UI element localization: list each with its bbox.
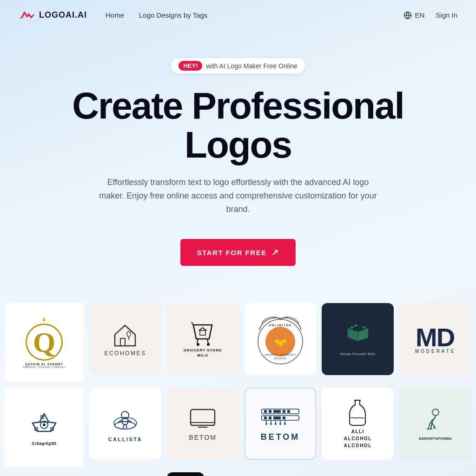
svg-text:🤝: 🤝 — [274, 337, 287, 349]
svg-rect-32 — [269, 416, 271, 419]
hey-badge: HEY! with AI Logo Maker Free Online — [171, 58, 304, 73]
svg-line-18 — [123, 424, 124, 428]
ketab-label: Ketab Forushi Milo — [340, 352, 376, 356]
svg-rect-31 — [264, 416, 267, 419]
moderate-d: D — [436, 324, 455, 350]
betom-circuit-icon — [259, 405, 301, 429]
unlimited-bottom-text: UNLIMITED GENEROSITYINITIATIVE — [252, 353, 308, 360]
logo-icon — [19, 9, 35, 22]
svg-point-13 — [115, 422, 135, 429]
ecohomes-icon — [111, 322, 139, 347]
grocery-icon — [189, 320, 217, 346]
svg-rect-34 — [283, 416, 285, 419]
logo-card-geronto[interactable]: GERONTOFORMA — [399, 388, 471, 460]
svg-point-40 — [265, 423, 267, 425]
moderate-m: M — [416, 324, 437, 350]
site-logo[interactable]: LOGOAI.AI — [19, 9, 87, 22]
svg-rect-29 — [287, 410, 290, 413]
logo-grid-section: ♛ Q QASSIM AL SHAMRY GENERAL TRADING COM… — [0, 284, 476, 476]
sign-in-button[interactable]: Sign In — [436, 11, 457, 19]
betom-monitor-icon — [189, 407, 217, 431]
logo-card-grocery[interactable]: GROCERY STOREMILO — [167, 303, 239, 375]
crown-icon: ♛ — [42, 317, 46, 323]
svg-point-12 — [43, 423, 46, 426]
logo-card-dark-partial[interactable] — [167, 472, 204, 476]
geronto-icon — [422, 407, 450, 435]
logo-card-creagreg[interactable]: Créagrég3D — [5, 388, 84, 467]
hero-title: Create Professional Logos — [19, 86, 457, 165]
svg-point-44 — [284, 423, 286, 425]
badge-text: with AI Logo Maker Free Online — [206, 62, 297, 70]
svg-rect-33 — [273, 416, 281, 419]
logo-card-ecohomes[interactable]: ECOHOMES — [89, 303, 161, 375]
lang-label: EN — [415, 11, 424, 19]
moderate-label: MODERATE — [415, 349, 456, 354]
hey-tag: HEY! — [178, 61, 202, 71]
unlimited-top-text: UNLIMITED — [252, 324, 308, 327]
creagreg-icon — [28, 409, 60, 439]
nav-links: Home Logo Designs by Tags — [106, 11, 207, 19]
svg-rect-26 — [269, 410, 271, 413]
nav-right: EN Sign In — [403, 11, 457, 20]
globe-icon — [403, 11, 412, 20]
ketab-icon — [344, 323, 372, 348]
q-letter: Q — [26, 324, 63, 361]
nav-tags[interactable]: Logo Designs by Tags — [139, 11, 207, 19]
logo-card-betom-monitor[interactable]: BETOM — [167, 388, 239, 460]
svg-line-19 — [126, 424, 127, 428]
creagreg-label: Créagrég3D — [32, 441, 56, 446]
nav-left: LOGOAI.AI Home Logo Designs by Tags — [19, 9, 207, 22]
svg-rect-28 — [283, 410, 285, 413]
logo-card-callista[interactable]: CALLISTA — [89, 388, 161, 460]
svg-point-41 — [270, 423, 272, 425]
qassim-company-name: QASSIM AL SHAMRY — [25, 363, 63, 366]
callista-label: CALLISTA — [108, 436, 143, 442]
geronto-label: GERONTOFORMA — [419, 436, 452, 441]
hero-section: HEY! with AI Logo Maker Free Online Crea… — [0, 30, 476, 284]
svg-rect-27 — [273, 410, 281, 413]
svg-rect-25 — [264, 410, 267, 413]
logo-card-alli[interactable]: ALLIALCOHOLALCOHOL — [322, 388, 394, 460]
arrow-icon: ↗ — [271, 247, 279, 258]
language-button[interactable]: EN — [403, 11, 424, 20]
logo-text-label: LOGOAI.AI — [39, 10, 87, 20]
nav-home[interactable]: Home — [106, 11, 124, 19]
qassim-subtitle: GENERAL TRADING COMPANY — [23, 366, 66, 369]
svg-rect-4 — [200, 331, 205, 335]
hero-subtitle: Effortlessly transform text to logo effo… — [94, 176, 382, 216]
svg-point-42 — [275, 423, 277, 425]
betom-circuit-label: BETOM — [261, 432, 300, 442]
logo-grid-row3 — [0, 472, 476, 476]
grocery-label: GROCERY STOREMILO — [184, 348, 222, 358]
svg-point-3 — [207, 343, 210, 346]
logo-grid-row1: ♛ Q QASSIM AL SHAMRY GENERAL TRADING COM… — [0, 303, 476, 382]
callista-icon — [110, 406, 140, 434]
logo-card-ketab[interactable]: Ketab Forushi Milo — [322, 303, 394, 375]
logo-grid-row2: Créagrég3D — [0, 388, 476, 467]
betom-monitor-label: BETOM — [189, 434, 217, 441]
logo-card-qassim[interactable]: ♛ Q QASSIM AL SHAMRY GENERAL TRADING COM… — [5, 303, 84, 382]
logo-card-betom-circuit[interactable]: BETOM — [245, 388, 317, 460]
navigation: LOGOAI.AI Home Logo Designs by Tags EN S… — [0, 0, 476, 30]
logo-card-moderate[interactable]: M D MODERATE — [399, 303, 471, 375]
svg-point-43 — [279, 423, 281, 425]
svg-point-46 — [432, 409, 439, 416]
alli-label: ALLIALCOHOLALCOHOL — [344, 428, 372, 449]
logo-card-unlimited[interactable]: 🤝 UNLIMITED UNLIMITED GENEROSITYINITIATI… — [245, 303, 317, 375]
svg-point-2 — [197, 343, 199, 346]
alli-icon — [345, 398, 370, 426]
ecohomes-label: ECOHOMES — [104, 350, 146, 357]
cta-label: START FOR FREE — [197, 249, 267, 257]
start-for-free-button[interactable]: START FOR FREE ↗ — [180, 239, 296, 266]
